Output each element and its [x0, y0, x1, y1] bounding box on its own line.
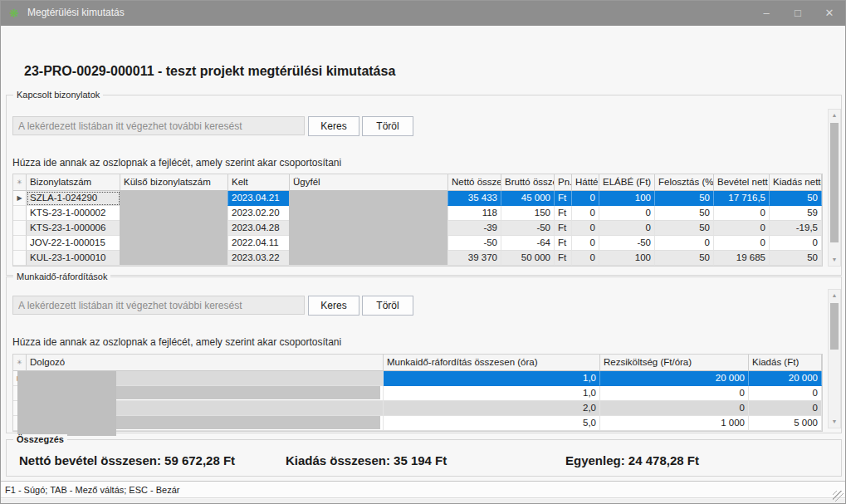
time-scrollbar[interactable]: ▲ ▼ [828, 289, 841, 428]
grid-cell[interactable]: SZLA-1-024290 [27, 191, 120, 206]
scrollbar-up-icon[interactable]: ▲ [829, 290, 840, 301]
grid-cell[interactable]: 100 [599, 191, 655, 206]
grid-cell[interactable]: 39 370 [448, 251, 501, 266]
grid-cell[interactable]: 0 [714, 206, 770, 221]
grid-cell[interactable]: 2023.03.22 [228, 251, 290, 266]
grid-cell[interactable]: JOV-22-1-000015 [27, 236, 120, 251]
grid-cell[interactable]: 0 [714, 236, 770, 251]
column-header[interactable]: Külső bizonylatszám [120, 174, 228, 191]
table-row[interactable]: ▶1,020 00020 000 [13, 371, 822, 386]
grid-cell[interactable]: 0 [572, 206, 599, 221]
grid-cell[interactable]: 50 [655, 191, 714, 206]
column-header[interactable]: Nettó össze [448, 174, 501, 191]
grid-cell[interactable]: 0 [572, 221, 599, 236]
grid-cell[interactable]: -50 [599, 236, 655, 251]
column-header[interactable]: Felosztás (%) [655, 174, 714, 191]
grid-cell[interactable]: 0 [600, 401, 749, 416]
resize-grip-icon[interactable] [833, 491, 844, 502]
column-header[interactable]: Pn. [555, 174, 572, 191]
grid-cell[interactable]: 45 000 [501, 191, 555, 206]
grid-cell[interactable]: 20 000 [749, 371, 822, 386]
grid-cell[interactable]: 0 [572, 251, 599, 266]
grid-cell[interactable]: 0 [749, 401, 822, 416]
time-clear-button[interactable]: Töröl [362, 296, 413, 316]
grid-cell[interactable]: 0 [770, 236, 822, 251]
grid-cell[interactable]: KTS-23-1-000002 [27, 206, 120, 221]
grid-cell[interactable]: Ft [555, 251, 572, 266]
grid-cell[interactable]: -19,5 [770, 221, 822, 236]
grid-cell[interactable]: -39 [448, 221, 501, 236]
customize-grid-icon[interactable]: ✳ [13, 174, 27, 191]
grid-cell[interactable]: -64 [501, 236, 555, 251]
column-header[interactable]: Rezsiköltség (Ft/óra) [600, 355, 749, 371]
scrollbar-thumb[interactable] [830, 303, 839, 350]
column-header[interactable]: Bevétel nett [714, 174, 770, 191]
grid-cell[interactable]: 0 [572, 191, 599, 206]
grid-cell[interactable]: 118 [448, 206, 501, 221]
grid-cell[interactable]: 50 [655, 221, 714, 236]
grid-cell[interactable]: 2022.04.11 [228, 236, 290, 251]
column-header[interactable]: Bruttó össze [501, 174, 555, 191]
grid-cell[interactable]: 35 433 [448, 191, 501, 206]
documents-clear-button[interactable]: Töröl [362, 116, 413, 136]
grid-cell[interactable]: 20 000 [600, 371, 749, 386]
grid-cell[interactable]: Ft [555, 236, 572, 251]
grid-cell[interactable]: 19 685 [714, 251, 770, 266]
column-header[interactable]: Ügyfél [290, 174, 448, 191]
grid-cell[interactable]: 17 716,5 [714, 191, 770, 206]
grid-cell[interactable]: Ft [555, 221, 572, 236]
column-header[interactable]: Dolgozó [27, 355, 384, 371]
time-search-input[interactable] [12, 296, 305, 315]
grid-cell[interactable]: 0 [599, 206, 655, 221]
grid-cell[interactable]: 50 [655, 251, 714, 266]
time-search-button[interactable]: Keres [308, 296, 359, 316]
grid-cell[interactable]: 2023.04.21 [228, 191, 290, 206]
grid-cell[interactable]: Ft [555, 191, 572, 206]
grid-cell[interactable]: 2,0 [384, 401, 600, 416]
grid-cell[interactable]: 5,0 [384, 416, 600, 431]
grid-cell[interactable]: 0 [600, 386, 749, 401]
column-header[interactable]: Hátté [572, 174, 599, 191]
grid-cell[interactable]: KUL-23-1-000010 [27, 251, 120, 266]
column-header[interactable]: Munkaidő-ráfordítás összesen (óra) [384, 355, 600, 371]
scrollbar-down-icon[interactable]: ▼ [829, 254, 840, 266]
grid-cell[interactable]: 50 000 [501, 251, 555, 266]
minimize-button[interactable]: – [751, 1, 782, 26]
grid-cell[interactable]: 50 [770, 251, 822, 266]
grid-cell[interactable]: 150 [501, 206, 555, 221]
grid-cell[interactable]: 0 [572, 236, 599, 251]
column-header[interactable]: Kiadás nettó [770, 174, 822, 191]
documents-search-button[interactable]: Keres [308, 116, 359, 136]
grid-cell[interactable]: -50 [448, 236, 501, 251]
table-row[interactable]: 2,000 [13, 401, 822, 416]
scrollbar-thumb[interactable] [830, 123, 839, 242]
documents-search-input[interactable] [12, 116, 305, 135]
grid-cell[interactable]: 0 [655, 236, 714, 251]
grid-cell[interactable]: 5 000 [749, 416, 822, 431]
grid-cell[interactable]: 2023.02.20 [228, 206, 290, 221]
scrollbar-down-icon[interactable]: ▼ [829, 416, 840, 428]
grid-cell[interactable]: 0 [599, 221, 655, 236]
scrollbar-up-icon[interactable]: ▲ [829, 110, 840, 121]
close-button[interactable]: ✕ [814, 1, 845, 26]
grid-cell[interactable]: 100 [599, 251, 655, 266]
grid-cell[interactable]: 1,0 [384, 386, 600, 401]
maximize-button[interactable]: □ [782, 1, 814, 26]
grid-cell[interactable]: 1,0 [384, 371, 600, 386]
column-header[interactable]: ELÁBÉ (Ft) [599, 174, 655, 191]
grid-cell[interactable]: 59 [770, 206, 822, 221]
grid-cell[interactable]: 0 [749, 386, 822, 401]
grid-cell[interactable]: 1 000 [600, 416, 749, 431]
grid-cell[interactable]: 50 [655, 206, 714, 221]
customize-grid-icon[interactable]: ✳ [13, 355, 27, 371]
grid-cell[interactable]: 50 [770, 191, 822, 206]
column-header[interactable]: Kiadás (Ft) [749, 355, 822, 371]
column-header[interactable]: Bizonylatszám [27, 174, 120, 191]
grid-cell[interactable]: KTS-23-1-000006 [27, 221, 120, 236]
grid-cell[interactable]: -50 [501, 221, 555, 236]
grid-cell[interactable]: 2023.04.28 [228, 221, 290, 236]
column-header[interactable]: Kelt [228, 174, 290, 191]
grid-cell[interactable]: 0 [714, 221, 770, 236]
documents-scrollbar[interactable]: ▲ ▼ [828, 109, 841, 267]
grid-cell[interactable]: Ft [555, 206, 572, 221]
